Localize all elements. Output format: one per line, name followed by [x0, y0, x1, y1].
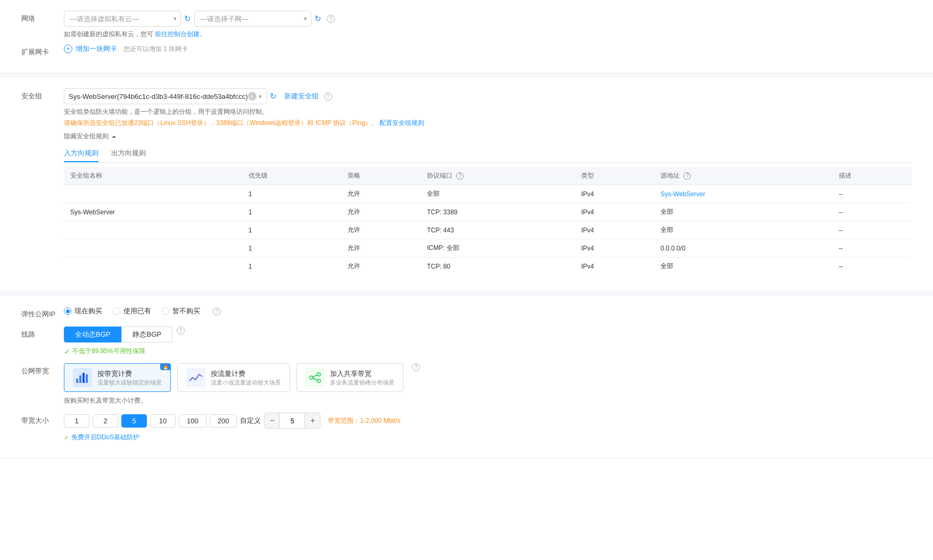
vpc-select[interactable]: —请选择虚拟私有云— [64, 11, 181, 27]
bw-size-10-button[interactable]: 10 [150, 414, 176, 428]
create-vpc-link[interactable]: 前往控制台创建。 [155, 30, 206, 38]
col-header-name: 安全组名称 [64, 167, 242, 185]
configure-sg-link[interactable]: 配置安全组规则 [379, 119, 424, 127]
bw-increase-button[interactable]: + [305, 413, 320, 428]
line-label: 线路 [21, 327, 64, 339]
new-sg-button[interactable]: 新建安全组 [284, 91, 319, 101]
ddos-link[interactable]: 免费开启DDoS基础防护 [71, 433, 139, 442]
tab-outbound[interactable]: 出方向规则 [111, 145, 146, 162]
line-dynamic-bgp-button[interactable]: 全动态BGP [64, 327, 121, 342]
sg-rules-table: 安全组名称 优先级 策略 协议端口 ? 类型 源地址 ? 描述 [64, 167, 912, 275]
row4-type: IPv4 [575, 257, 654, 275]
table-row: 1 允许 全部 IPv4 Sys-WebServer -- [64, 185, 912, 203]
row2-desc: -- [832, 221, 912, 239]
col-header-policy: 策略 [341, 167, 420, 185]
bandwidth-size-label: 带宽大小 [21, 413, 64, 425]
availability-hint: ✓ 不低于99.95%可用性保障 [64, 347, 912, 356]
security-group-section: 安全组 Sys-WebServer(794b6c1c-d3b3-449f-816… [0, 78, 933, 291]
source-help-icon[interactable]: ? [683, 172, 691, 180]
network-select-group: —请选择虚拟私有云— ▾ ↻ —请选择子网— ▾ ↻ ? [64, 11, 335, 27]
eip-radio-group: 现在购买 使用已有 暂不购买 ? [64, 306, 912, 316]
subnet-select[interactable]: —请选择子网— [194, 11, 311, 27]
bw-traffic-icon [186, 368, 205, 387]
svg-rect-0 [76, 379, 78, 383]
row4-name [64, 257, 242, 275]
subnet-refresh-icon[interactable]: ↻ [315, 14, 321, 23]
bw-type-help-icon[interactable]: ? [412, 363, 420, 371]
row1-desc: -- [832, 203, 912, 221]
col-header-desc: 描述 [832, 167, 912, 185]
network-help-icon[interactable]: ? [327, 15, 335, 23]
svg-point-5 [317, 373, 320, 376]
row1-priority: 1 [242, 203, 341, 221]
row4-port: TCP: 80 [420, 257, 575, 275]
row4-source: 全部 [654, 257, 832, 275]
line-help-icon[interactable]: ? [177, 327, 185, 335]
svg-rect-3 [86, 374, 88, 383]
line-static-bgp-button[interactable]: 静态BGP [121, 327, 172, 342]
col-header-priority: 优先级 [242, 167, 341, 185]
chevron-up-icon [112, 136, 116, 138]
row0-port: 全部 [420, 185, 575, 203]
bw-decrease-button[interactable]: − [265, 413, 279, 428]
bw-size-2-button[interactable]: 2 [93, 414, 118, 428]
eip-help-icon[interactable]: ? [213, 307, 221, 315]
nic-content: + 增加一块网卡 您还可以增加 1 块网卡 [64, 44, 912, 54]
bw-size-200-button[interactable]: 200 [210, 414, 237, 428]
sg-source-link[interactable]: Sys-WebServer [660, 190, 705, 198]
rules-toggle-button[interactable]: 隐藏安全组规则 [64, 132, 912, 141]
sg-rules-tabs: 入方向规则 出方向规则 [64, 145, 912, 163]
vpc-refresh-icon[interactable]: ↻ [184, 14, 191, 23]
bw-purchase-hint: 按购买时长及带宽大小计费。 [64, 396, 912, 405]
row3-policy: 允许 [341, 239, 420, 257]
sg-selected-value: Sys-WebServer(794b6c1c-d3b3-449f-816c-dd… [69, 93, 248, 101]
table-row: 1 允许 ICMP: 全部 IPv4 0.0.0.0/0 -- [64, 239, 912, 257]
sg-help-icon[interactable]: ? [324, 93, 332, 101]
row1-policy: 允许 [341, 203, 420, 221]
row2-source: 全部 [654, 221, 832, 239]
sg-input-wrapper[interactable]: Sys-WebServer(794b6c1c-d3b3-449f-816c-dd… [64, 88, 267, 104]
bw-option-by-traffic[interactable]: 按流量计费 流量小或流量波动较大场景 [177, 363, 290, 392]
eip-option-buy-now[interactable]: 现在购买 [64, 306, 102, 316]
row4-policy: 允许 [341, 257, 420, 275]
svg-point-6 [317, 379, 320, 382]
nic-label: 扩展网卡 [21, 44, 64, 57]
bw-size-1-button[interactable]: 1 [64, 414, 89, 428]
bw-shared-icon [306, 368, 325, 387]
ddos-check-icon: ✓ [64, 434, 69, 441]
col-header-port: 协议端口 ? [420, 167, 575, 185]
svg-line-7 [313, 375, 317, 377]
ddos-hint: ✓ 免费开启DDoS基础防护 [64, 433, 912, 442]
sg-dropdown-arrow-icon[interactable]: ▾ [259, 93, 262, 100]
eip-option-use-existing[interactable]: 使用已有 [113, 306, 151, 316]
bw-stepper-input[interactable] [279, 413, 305, 428]
row4-desc: -- [832, 257, 912, 275]
port-help-icon[interactable]: ? [456, 172, 464, 180]
check-circle-icon: ✓ [64, 347, 70, 356]
sg-clear-button[interactable]: × [248, 92, 257, 101]
row1-name: Sys-WebServer [64, 203, 242, 221]
bw-bandwidth-title: 按带宽计费 [97, 369, 162, 379]
row2-priority: 1 [242, 221, 341, 239]
bw-traffic-title: 按流量计费 [211, 369, 281, 379]
table-row: 1 允许 TCP: 80 IPv4 全部 -- [64, 257, 912, 275]
table-row: 1 允许 TCP: 443 IPv4 全部 -- [64, 221, 912, 239]
row3-name [64, 239, 242, 257]
bw-size-100-button[interactable]: 100 [179, 414, 207, 428]
bw-range-hint: 带宽范围：1-2,000 Mbit/s [328, 416, 400, 425]
sg-description: 安全组类似防火墙功能，是一个逻辑上的分组，用于设置网络访问控制。 [64, 107, 912, 116]
tab-inbound[interactable]: 入方向规则 [64, 145, 98, 162]
sg-refresh-icon[interactable]: ↻ [270, 91, 277, 101]
bw-shared-desc: 多业务流量错峰分布场景 [330, 379, 394, 387]
row3-type: IPv4 [575, 239, 654, 257]
line-content: 全动态BGP 静态BGP ? ✓ 不低于99.95%可用性保障 [64, 327, 912, 356]
bw-option-by-bandwidth[interactable]: 按带宽计费 流量较大或较稳定的场景 🔥 [64, 363, 171, 392]
bw-size-5-button[interactable]: 5 [121, 414, 147, 428]
eip-option-skip[interactable]: 暂不购买 [162, 306, 200, 316]
svg-rect-1 [79, 375, 81, 383]
bw-option-shared[interactable]: 加入共享带宽 多业务流量错峰分布场景 [296, 363, 403, 392]
network-label: 网络 [21, 11, 64, 23]
sg-selector-row: Sys-WebServer(794b6c1c-d3b3-449f-816c-dd… [64, 88, 332, 104]
row2-policy: 允许 [341, 221, 420, 239]
add-nic-button[interactable]: + 增加一块网卡 [64, 44, 117, 54]
